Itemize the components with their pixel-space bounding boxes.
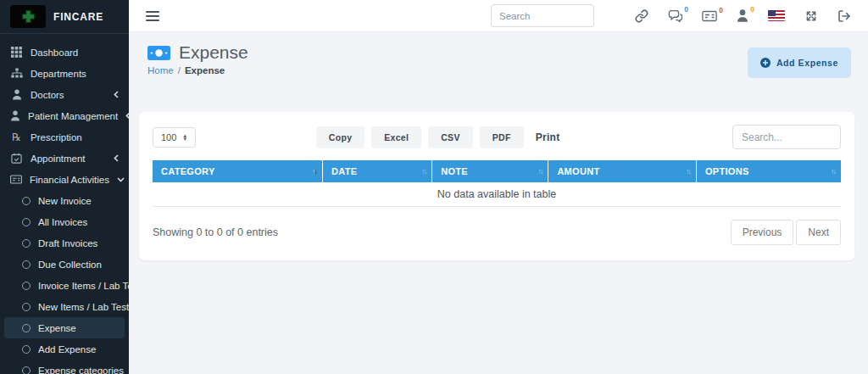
- sidebar-subitem-new-invoice[interactable]: New Invoice: [0, 190, 129, 211]
- radio-circle-icon: [22, 345, 31, 354]
- table-controls: 100 ▲▼ Copy Excel CSV PDF Print: [153, 125, 841, 149]
- pdf-button[interactable]: PDF: [480, 126, 524, 148]
- sidebar-subitem-label: All Invoices: [38, 217, 87, 227]
- copy-button[interactable]: Copy: [316, 126, 364, 148]
- sidebar-item-label: Departments: [31, 69, 86, 79]
- expense-table-card: 100 ▲▼ Copy Excel CSV PDF Print CATEGORY: [139, 112, 854, 260]
- next-button[interactable]: Next: [796, 220, 841, 245]
- sidebar-item-departments[interactable]: Departments: [0, 63, 129, 84]
- calendar-icon: [10, 153, 23, 164]
- add-expense-label: Add Expense: [776, 58, 838, 68]
- sidebar-item-financial-activities[interactable]: Financial Activities: [0, 169, 129, 190]
- sidebar-subitem-label: New Invoice: [38, 196, 92, 206]
- csv-button[interactable]: CSV: [428, 126, 473, 148]
- main-area: 0 0 0: [129, 0, 868, 374]
- radio-circle-icon: [22, 303, 31, 311]
- doctor-icon: [10, 89, 23, 100]
- user-badge: 0: [750, 5, 754, 14]
- sidebar-item-prescription[interactable]: ℞ Prescription: [0, 126, 129, 148]
- sidebar-item-label: Dashboard: [31, 47, 78, 58]
- content: Expense Home / Expense Add Expense 100: [129, 32, 868, 374]
- column-header-category[interactable]: CATEGORY ↑↓: [153, 160, 323, 182]
- chat-badge: 0: [684, 5, 688, 14]
- column-header-date[interactable]: DATE ↑↓: [323, 160, 432, 182]
- page-header: Expense Home / Expense Add Expense: [137, 41, 854, 78]
- sort-icon: ↑↓: [686, 167, 690, 176]
- topbar-icons: 0 0 0: [635, 9, 851, 23]
- page-title-block: Expense Home / Expense: [147, 42, 248, 75]
- sidebar-subitem-label: Add Expense: [38, 344, 96, 354]
- brand-logo[interactable]: FINCARE: [0, 0, 129, 34]
- sidebar-item-appointment[interactable]: Appointment: [0, 148, 129, 169]
- sidebar-subitem-all-invoices[interactable]: All Invoices: [0, 211, 129, 232]
- topbar: 0 0 0: [129, 0, 868, 32]
- sidebar-menu: Dashboard Departments Doctors Patient Ma…: [0, 34, 129, 374]
- page-size-value: 100: [161, 132, 176, 142]
- sidebar-subitem-label: New Items / Lab Tests: [38, 302, 129, 312]
- link-icon[interactable]: [635, 9, 648, 23]
- table-search-input[interactable]: [732, 125, 841, 149]
- grid-icon: [10, 47, 23, 58]
- sidebar-subitem-expense[interactable]: Expense: [4, 317, 125, 338]
- sidebar-subitem-due-collection[interactable]: Due Collection: [0, 254, 129, 275]
- brand-name: FINCARE: [53, 11, 103, 23]
- radio-circle-icon: [22, 197, 31, 205]
- payment-badge: 0: [719, 6, 723, 14]
- radio-circle-icon: [22, 218, 31, 226]
- updown-icon: ▲▼: [182, 134, 187, 141]
- sort-icon: ↑↓: [312, 167, 316, 176]
- add-expense-button[interactable]: Add Expense: [748, 47, 851, 78]
- sidebar-item-label: Prescription: [31, 132, 82, 142]
- column-header-note[interactable]: NOTE ↑↓: [432, 160, 548, 182]
- sidebar-item-dashboard[interactable]: Dashboard: [0, 42, 129, 63]
- breadcrumb-separator: /: [178, 65, 181, 75]
- sidebar-subitem-label: Expense categories: [38, 366, 124, 374]
- table-footer: Showing 0 to 0 of 0 entries Previous Nex…: [153, 220, 841, 245]
- sitemap-icon: [10, 68, 23, 79]
- topbar-search-input[interactable]: [491, 4, 594, 27]
- fullscreen-icon[interactable]: [804, 9, 818, 23]
- us-flag-icon[interactable]: [768, 10, 785, 21]
- expense-table: CATEGORY ↑↓ DATE ↑↓ NOTE ↑↓ AMOUNT: [153, 160, 841, 207]
- logout-icon[interactable]: [837, 9, 851, 23]
- previous-button[interactable]: Previous: [731, 220, 794, 245]
- user-icon[interactable]: 0: [737, 9, 748, 22]
- hamburger-menu-icon[interactable]: [146, 11, 159, 21]
- breadcrumb-current: Expense: [185, 65, 225, 75]
- breadcrumb-home-link[interactable]: Home: [147, 65, 174, 75]
- radio-circle-icon: [22, 282, 31, 290]
- sidebar-subitem-label: Invoice Items / Lab Tests: [38, 281, 129, 291]
- table-info: Showing 0 to 0 of 0 entries: [153, 226, 278, 238]
- page-title: Expense: [179, 42, 248, 63]
- column-header-amount[interactable]: AMOUNT ↑↓: [548, 160, 697, 182]
- sidebar-item-doctors[interactable]: Doctors: [0, 84, 129, 105]
- page-size-select[interactable]: 100 ▲▼: [153, 127, 196, 148]
- sort-icon: ↑↓: [537, 167, 542, 176]
- sidebar-subitem-add-expense[interactable]: Add Expense: [0, 338, 129, 360]
- payment-icon[interactable]: 0: [702, 10, 717, 22]
- excel-button[interactable]: Excel: [371, 126, 421, 148]
- column-header-options[interactable]: OPTIONS ↑↓: [696, 160, 841, 182]
- chevron-left-icon: [114, 91, 119, 98]
- empty-message: No data available in table: [153, 182, 841, 207]
- sidebar-item-label: Patient Management: [28, 111, 118, 121]
- radio-circle-icon: [22, 366, 31, 374]
- rx-icon: ℞: [10, 132, 23, 142]
- radio-circle-icon: [22, 324, 31, 332]
- chat-icon[interactable]: 0: [668, 9, 682, 22]
- sidebar-subitem-label: Draft Invoices: [38, 238, 97, 248]
- sidebar-item-label: Financial Activities: [30, 175, 109, 185]
- sidebar-item-patient-management[interactable]: Patient Management: [0, 105, 129, 126]
- table-header-row: CATEGORY ↑↓ DATE ↑↓ NOTE ↑↓ AMOUNT: [153, 160, 841, 182]
- sidebar-subitem-draft-invoices[interactable]: Draft Invoices: [0, 232, 129, 254]
- sidebar-subitem-invoice-items-lab-tests[interactable]: Invoice Items / Lab Tests: [0, 275, 129, 296]
- sort-icon: ↑↓: [421, 167, 426, 176]
- patient-icon: [10, 110, 20, 121]
- money-check-icon: [10, 175, 22, 184]
- chevron-down-icon: [117, 177, 125, 182]
- sidebar-subitem-label: Expense: [38, 323, 76, 333]
- sidebar-subitem-expense-categories[interactable]: Expense categories: [0, 360, 129, 374]
- breadcrumb: Home / Expense: [147, 65, 248, 75]
- sidebar-subitem-new-items-lab-tests[interactable]: New Items / Lab Tests: [0, 296, 129, 317]
- print-button[interactable]: Print: [531, 126, 565, 149]
